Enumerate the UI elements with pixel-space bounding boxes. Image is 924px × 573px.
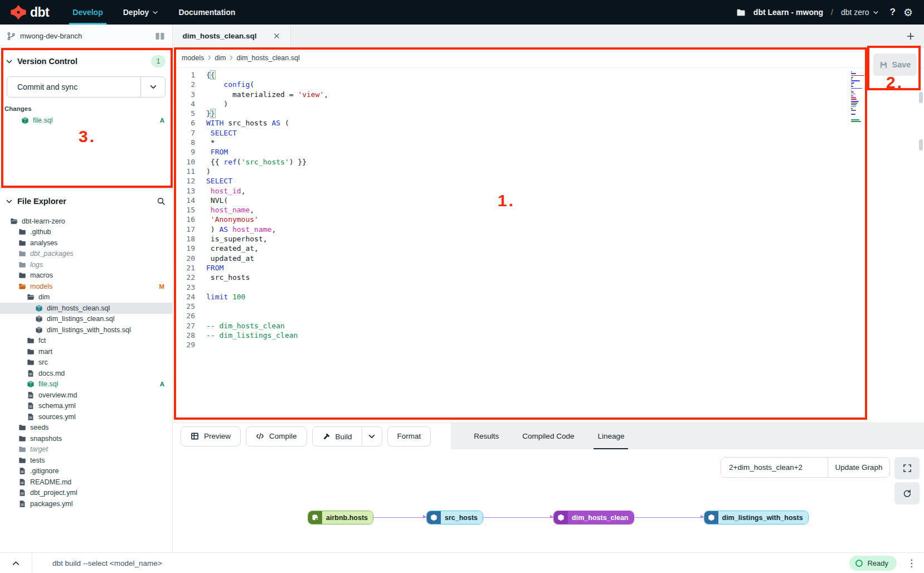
tree-item-mart[interactable]: mart (0, 346, 172, 357)
lineage-panel: Update Graph airbnb.hostssrc_hostsdim_ho… (173, 449, 924, 552)
lineage-node-airbnb-hosts[interactable]: airbnb.hosts (308, 511, 373, 525)
docs-book-icon[interactable] (154, 32, 166, 41)
tree-item-dbt-project-yml[interactable]: dbt_project.yml (0, 488, 172, 499)
tree-item-file-sql[interactable]: file.sqlA (0, 379, 172, 390)
compile-code-icon (256, 432, 264, 440)
lineage-node-label: dim_listings_with_hosts (718, 511, 808, 524)
tree-item-dbt-packages[interactable]: dbt_packages (0, 249, 172, 260)
breadcrumb-dim[interactable]: dim (215, 54, 226, 62)
tree-item-schema-yml[interactable]: schema.yml (0, 401, 172, 412)
tree-item-packages-yml[interactable]: packages.yml (0, 498, 172, 509)
tree-item--gitignore[interactable]: .gitignore (0, 466, 172, 477)
scrollbar-thumb[interactable] (919, 139, 923, 150)
minimap[interactable] (851, 71, 865, 125)
preview-button[interactable]: Preview (181, 426, 241, 446)
settings-gear-icon[interactable]: ⚙ (903, 7, 913, 18)
lineage-node-src-hosts[interactable]: src_hosts (426, 511, 483, 525)
lineage-node-dim-hosts-clean[interactable]: dim_hosts_clean (553, 511, 634, 525)
tree-item-logs[interactable]: logs (0, 259, 172, 270)
kebab-menu[interactable]: ⋮ (907, 557, 916, 569)
tab-lineage[interactable]: Lineage (586, 423, 636, 449)
search-icon[interactable] (157, 197, 166, 206)
format-button[interactable]: Format (387, 426, 431, 446)
lineage-edge (483, 517, 553, 518)
folder-icon (18, 250, 26, 258)
command-input[interactable]: dbt build --select <model_name> (52, 559, 162, 567)
build-options-chevron[interactable] (362, 427, 382, 446)
version-control-header[interactable]: Version Control 1 (0, 48, 172, 73)
command-bar-toggle[interactable] (0, 553, 32, 573)
tree-item-analyses[interactable]: analyses (0, 237, 172, 249)
code-line: 21FROM (173, 263, 924, 273)
tree-item-label: analyses (30, 239, 57, 247)
chevron-right-icon (206, 55, 212, 61)
tree-item-fct[interactable]: fct (0, 336, 172, 347)
code-line: 15 host_name, (173, 205, 924, 215)
editor-tab-dim-hosts-clean[interactable]: dim_hosts_clean.sql (173, 25, 291, 47)
line-number: 1 (173, 70, 195, 80)
tree-item-src[interactable]: src (0, 357, 172, 368)
code-lines: 1{{2 config(3 materialized = 'view',4 )5… (173, 68, 924, 350)
tree-item-snapshots[interactable]: snapshots (0, 433, 172, 444)
fullscreen-button[interactable] (894, 457, 920, 479)
breadcrumb-file[interactable]: dim_hosts_clean.sql (236, 54, 299, 62)
tree-item-dim-listings-with-hosts-sql[interactable]: dim_listings_with_hosts.sql (0, 324, 172, 336)
tree-item-models[interactable]: modelsM (0, 281, 172, 292)
save-button[interactable]: Save (873, 54, 917, 76)
file-icon (27, 370, 35, 377)
code-editor[interactable]: 1{{2 config(3 materialized = 'view',4 )5… (173, 68, 924, 423)
breadcrumb-models[interactable]: models (182, 54, 204, 62)
tree-item-label: src (38, 358, 48, 366)
chevron-down-icon (873, 9, 879, 16)
new-tab-button[interactable] (906, 32, 915, 41)
tree-item-macros[interactable]: macros (0, 270, 172, 281)
changed-file-row[interactable]: file.sqlA (0, 115, 172, 125)
code-line: 25 (173, 302, 924, 311)
build-split-button: Build (312, 426, 382, 446)
file-status-badge: A (160, 381, 164, 387)
line-number: 3 (173, 90, 195, 99)
tree-item-readme-md[interactable]: README.md (0, 477, 172, 488)
tree-item-overview-md[interactable]: overview.md (0, 390, 172, 401)
tree-item--github[interactable]: .github (0, 227, 172, 238)
lineage-selector-input[interactable] (721, 458, 828, 477)
lineage-node-dim-listings-with-hosts[interactable]: dim_listings_with_hosts (704, 511, 809, 525)
code-line: 1{{ (173, 70, 924, 80)
tree-item-label: fct (38, 337, 46, 344)
tab-compiled-code[interactable]: Compiled Code (510, 423, 586, 449)
commit-options-chevron[interactable] (140, 77, 165, 97)
compile-button[interactable]: Compile (246, 426, 307, 446)
commit-and-sync-button[interactable]: Commit and sync (7, 76, 166, 98)
dbt-brand[interactable]: dbt (10, 4, 49, 21)
tree-item-dim-listings-clean-sql[interactable]: dim_listings_clean.sql (0, 314, 172, 325)
scrollbar-thumb[interactable] (919, 92, 923, 103)
file-icon (27, 402, 35, 410)
file-explorer-header[interactable]: File Explorer (0, 188, 172, 211)
help-button[interactable]: ? (890, 7, 896, 18)
build-button[interactable]: Build (313, 427, 362, 446)
tree-item-label: logs (30, 261, 43, 269)
code-line: 29 (173, 340, 924, 349)
nav-documentation[interactable]: Documentation (178, 0, 235, 25)
update-graph-button[interactable]: Update Graph (828, 458, 889, 477)
chevron-down-icon (149, 83, 157, 91)
nav-develop[interactable]: Develop (72, 0, 103, 25)
tree-item-docs-md[interactable]: docs.md (0, 368, 172, 379)
folder-open-icon (10, 217, 18, 225)
tree-item-sources-yml[interactable]: sources.yml (0, 411, 172, 423)
tree-item-tests[interactable]: tests (0, 455, 172, 466)
tree-item-target[interactable]: target (0, 444, 172, 455)
tree-item-seeds[interactable]: seeds (0, 423, 172, 434)
environment-selector[interactable]: dbt zero (841, 8, 879, 17)
folder-open-icon (18, 283, 26, 290)
folder-icon (18, 228, 26, 236)
tab-results[interactable]: Results (462, 423, 510, 449)
tree-item-label: packages.yml (30, 500, 72, 508)
tree-item-dbt-learn-zero[interactable]: dbt-learn-zero (0, 216, 172, 227)
close-icon[interactable] (273, 32, 280, 40)
tree-item-dim[interactable]: dim (0, 292, 172, 303)
line-number: 15 (173, 205, 195, 215)
reset-view-button[interactable] (894, 482, 920, 504)
tree-item-dim-hosts-clean-sql[interactable]: dim_hosts_clean.sql (0, 303, 172, 314)
nav-deploy[interactable]: Deploy (123, 0, 159, 25)
